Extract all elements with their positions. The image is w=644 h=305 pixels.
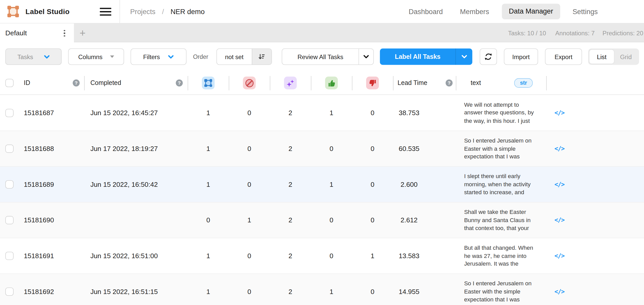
table-row[interactable]: 15181687 Jun 15 2022, 16:45:27 10210 38.… <box>0 95 644 131</box>
count-cell: 2 <box>270 288 311 295</box>
row-checkbox[interactable] <box>5 109 14 117</box>
table-row[interactable]: 15181692 Jun 15 2022, 16:51:15 10210 14.… <box>0 274 644 305</box>
refresh-button[interactable] <box>480 48 497 65</box>
nav-dashboard[interactable]: Dashboard <box>409 0 443 23</box>
row-checkbox[interactable] <box>5 288 14 296</box>
chevron-down-icon <box>44 55 49 58</box>
row-checkbox[interactable] <box>5 216 14 224</box>
count-cell: 1 <box>352 252 393 260</box>
count-cell: 0 <box>229 288 270 295</box>
column-header-lead-time[interactable]: Lead Time <box>398 79 427 87</box>
label-options-chevron[interactable] <box>455 48 472 65</box>
count-cell: 1 <box>311 288 352 295</box>
order-control[interactable]: not set <box>216 48 272 65</box>
task-id: 15181691 <box>24 252 54 260</box>
annotations-column-icon[interactable] <box>202 77 215 89</box>
tab-options-kebab-icon[interactable] <box>62 28 67 38</box>
table-row[interactable]: 15181691 Jun 15 2022, 16:51:00 10201 13.… <box>0 238 644 274</box>
source-code-icon[interactable]: </> <box>552 145 567 152</box>
predictions-count: Predictions: 20 <box>603 23 644 42</box>
completed-date: Jun 15 2022, 16:50:42 <box>90 180 158 188</box>
export-label: Export <box>555 53 573 60</box>
count-cell: 0 <box>229 109 270 116</box>
task-id: 15181692 <box>24 288 54 295</box>
task-id: 15181687 <box>24 109 54 116</box>
order-label: Order <box>193 48 208 65</box>
grid-view-button[interactable]: Grid <box>614 50 638 64</box>
select-all-checkbox[interactable] <box>5 79 14 87</box>
view-toggle: List Grid <box>588 48 639 65</box>
bounding-box-icon <box>204 79 212 87</box>
export-button[interactable]: Export <box>545 48 582 65</box>
source-code-icon[interactable]: </> <box>552 252 567 260</box>
filters-dropdown-label: Filters <box>143 53 160 60</box>
count-cell: 2 <box>270 252 311 260</box>
row-checkbox[interactable] <box>5 145 14 153</box>
review-all-tasks-label: Review All Tasks <box>282 49 359 64</box>
column-divider <box>188 76 188 90</box>
count-cell: 0 <box>352 109 393 116</box>
columns-dropdown[interactable]: Columns <box>68 48 124 65</box>
import-button[interactable]: Import <box>504 48 538 65</box>
table-row[interactable]: 15181690 01200 2.612 Shall we take the E… <box>0 202 644 238</box>
text-snippet: So I entered Jerusalem on Easter with a … <box>464 137 541 161</box>
count-cell: 1 <box>188 109 229 116</box>
add-view-button[interactable]: + <box>77 23 88 42</box>
review-all-tasks-button[interactable]: Review All Tasks <box>282 48 374 65</box>
tasks-dropdown[interactable]: Tasks <box>5 48 62 65</box>
source-code-icon[interactable]: </> <box>552 181 567 188</box>
accepted-column-icon[interactable] <box>325 77 338 89</box>
nav-settings[interactable]: Settings <box>573 0 598 23</box>
tab-default[interactable]: Default <box>0 23 74 42</box>
help-icon[interactable]: ? <box>176 80 183 86</box>
predictions-column-icon[interactable] <box>284 77 297 89</box>
label-all-tasks-button[interactable]: Label All Tasks <box>380 48 472 65</box>
help-icon[interactable]: ? <box>73 80 80 86</box>
view-tab-bar: Default + Tasks: 10 / 10 Annotations: 7 … <box>0 23 644 42</box>
source-code-icon[interactable]: </> <box>552 216 567 224</box>
column-header-completed[interactable]: Completed <box>90 79 121 87</box>
row-checkbox[interactable] <box>5 252 14 260</box>
table-row[interactable]: 15181688 Jun 17 2022, 18:19:27 10200 60.… <box>0 130 644 166</box>
sparkles-icon <box>286 79 294 87</box>
count-cell: 0 <box>229 145 270 152</box>
review-options-chevron[interactable] <box>359 49 373 64</box>
count-cell: 2 <box>270 216 311 224</box>
row-checkbox[interactable] <box>5 180 14 189</box>
thumbs-down-icon <box>368 79 377 87</box>
column-header-id[interactable]: ID <box>24 79 30 87</box>
table-row[interactable]: 15181689 Jun 15 2022, 16:50:42 10210 2.6… <box>0 166 644 202</box>
count-cell: 0 <box>352 288 393 295</box>
import-label: Import <box>512 53 530 60</box>
order-value[interactable]: not set <box>217 49 252 64</box>
lead-time-value: 2.612 <box>389 216 430 224</box>
nav-members[interactable]: Members <box>460 0 489 23</box>
task-id: 15181688 <box>24 145 54 152</box>
text-snippet: So I entered Jerusalem on Easter with th… <box>464 280 541 304</box>
lead-time-value: 60.535 <box>389 145 430 152</box>
column-divider <box>84 76 85 90</box>
count-cell: 0 <box>352 180 393 188</box>
cancelled-annotations-column-icon[interactable] <box>243 77 256 89</box>
count-cell: 1 <box>188 288 229 295</box>
lead-time-value: 14.955 <box>389 288 430 295</box>
list-view-button[interactable]: List <box>589 50 614 64</box>
nav-data-manager[interactable]: Data Manager <box>502 4 560 19</box>
rejected-column-icon[interactable] <box>366 77 379 89</box>
sort-direction-button[interactable] <box>252 49 272 64</box>
count-cell: 1 <box>188 145 229 152</box>
help-icon[interactable]: ? <box>446 80 453 86</box>
filters-dropdown[interactable]: Filters <box>130 48 186 65</box>
count-cell: 1 <box>311 180 352 188</box>
count-cell: 0 <box>229 252 270 260</box>
count-cell: 0 <box>188 216 229 224</box>
source-code-icon[interactable]: </> <box>552 288 567 295</box>
column-header-text[interactable]: text <box>471 79 481 87</box>
source-code-icon[interactable]: </> <box>552 109 567 116</box>
task-id: 15181690 <box>24 216 54 224</box>
tab-default-label: Default <box>5 23 27 42</box>
chevron-down-icon <box>363 55 369 59</box>
column-divider <box>270 76 270 90</box>
column-divider <box>311 76 311 90</box>
lead-time-value: 38.753 <box>389 109 430 116</box>
